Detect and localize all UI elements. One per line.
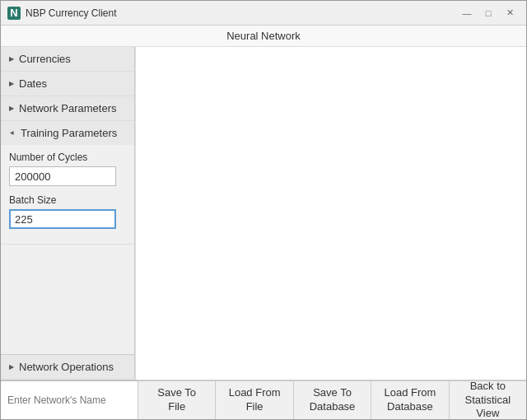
network-ops-label: Network Operations [19, 361, 114, 373]
network-name-input[interactable] [1, 380, 138, 419]
app-window: N NBP Currency Client — □ ✕ Neural Netwo… [0, 0, 527, 420]
network-params-label: Network Parameters [19, 102, 116, 114]
app-icon: N [7, 7, 21, 20]
save-to-database-button[interactable]: Save To Database [294, 381, 371, 419]
cycles-label: Number of Cycles [9, 152, 126, 163]
main-content: ▶ Currencies ▶ Dates ▶ Network Parameter… [1, 47, 526, 380]
network-params-chevron: ▶ [9, 105, 14, 112]
training-params-label: Training Parameters [21, 127, 117, 139]
batch-label: Batch Size [9, 194, 126, 206]
currencies-header[interactable]: ▶ Currencies [1, 47, 134, 71]
page-title-bar: Neural Network [1, 26, 526, 47]
load-from-file-button[interactable]: Load From File [216, 381, 293, 419]
cycles-input[interactable] [9, 166, 116, 186]
neural-network-canvas [135, 47, 526, 380]
title-bar-left: N NBP Currency Client [7, 7, 116, 20]
title-bar-controls: — □ ✕ [457, 5, 520, 21]
network-ops-chevron: ▶ [9, 363, 14, 371]
close-button[interactable]: ✕ [500, 5, 520, 21]
save-to-file-button[interactable]: Save To File [138, 381, 216, 419]
bottom-bar: Save To File Load From File Save To Data… [1, 380, 526, 419]
network-params-header[interactable]: ▶ Network Parameters [1, 96, 134, 120]
currencies-label: Currencies [19, 53, 71, 65]
training-params-chevron: ▼ [8, 130, 16, 137]
sidebar: ▶ Currencies ▶ Dates ▶ Network Parameter… [1, 47, 135, 380]
network-ops-header[interactable]: ▶ Network Operations [1, 355, 134, 379]
training-params-content: Number of Cycles Batch Size [1, 145, 134, 244]
sidebar-spacer [1, 245, 134, 354]
maximize-button[interactable]: □ [478, 5, 498, 21]
load-from-database-button[interactable]: Load From Database [371, 381, 449, 419]
dates-header[interactable]: ▶ Dates [1, 72, 134, 96]
sidebar-section-training-params: ▼ Training Parameters Number of Cycles B… [1, 121, 134, 245]
currencies-chevron: ▶ [9, 55, 14, 63]
batch-field-group: Batch Size [9, 194, 126, 229]
cycles-field-group: Number of Cycles [9, 152, 126, 186]
window-title: NBP Currency Client [26, 7, 116, 19]
dates-label: Dates [19, 77, 47, 90]
page-title: Neural Network [226, 30, 301, 42]
sidebar-section-currencies: ▶ Currencies [1, 47, 134, 72]
bottom-buttons: Save To File Load From File Save To Data… [138, 380, 526, 419]
minimize-button[interactable]: — [457, 5, 477, 21]
training-params-header[interactable]: ▼ Training Parameters [1, 121, 134, 145]
title-bar: N NBP Currency Client — □ ✕ [1, 1, 526, 26]
batch-input[interactable] [9, 209, 116, 229]
sidebar-section-network-params: ▶ Network Parameters [1, 96, 134, 121]
back-to-statistical-button[interactable]: Back to Statistical View [450, 381, 526, 419]
sidebar-section-dates: ▶ Dates [1, 72, 134, 96]
sidebar-section-network-ops: ▶ Network Operations [1, 354, 134, 380]
dates-chevron: ▶ [9, 80, 14, 87]
